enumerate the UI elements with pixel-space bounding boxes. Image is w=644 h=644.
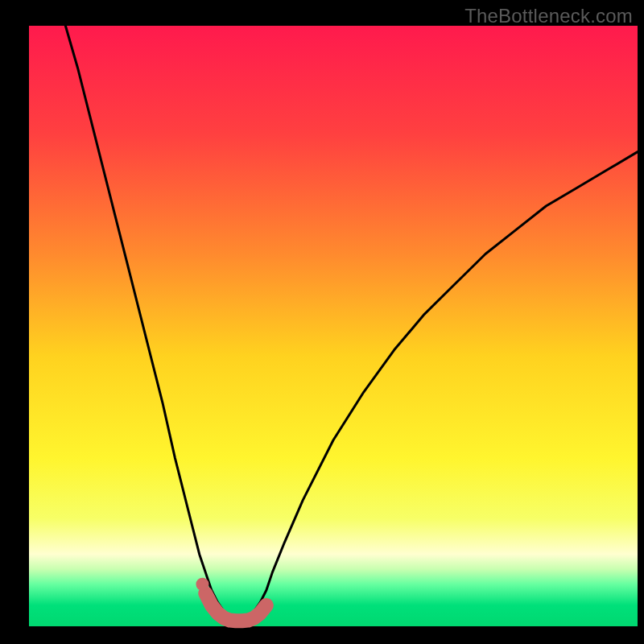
marker-dot [196,578,208,591]
chart-frame: TheBottleneck.com [0,0,644,644]
gradient-background [29,26,638,626]
bottleneck-plot [0,0,644,644]
watermark-text: TheBottleneck.com [464,5,633,27]
